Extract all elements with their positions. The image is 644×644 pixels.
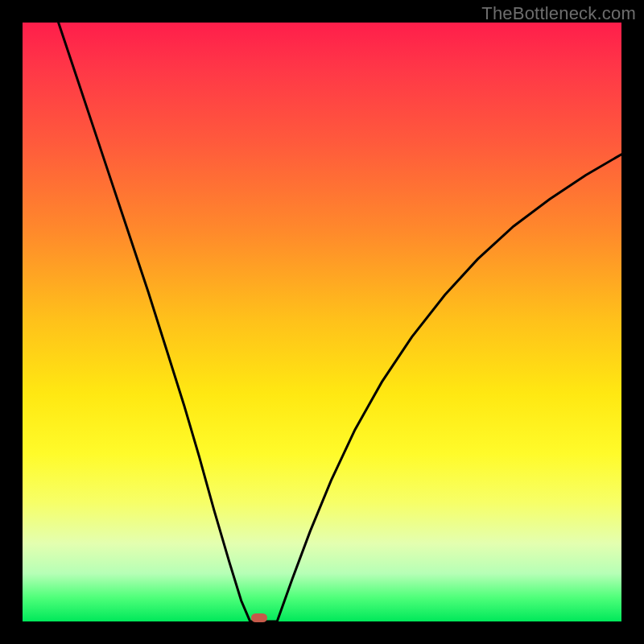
watermark-text: TheBottleneck.com [481, 3, 636, 24]
optimal-point-marker [251, 613, 267, 622]
chart-frame: TheBottleneck.com [0, 0, 644, 644]
bottleneck-curve [23, 23, 621, 621]
plot-area [23, 23, 621, 621]
